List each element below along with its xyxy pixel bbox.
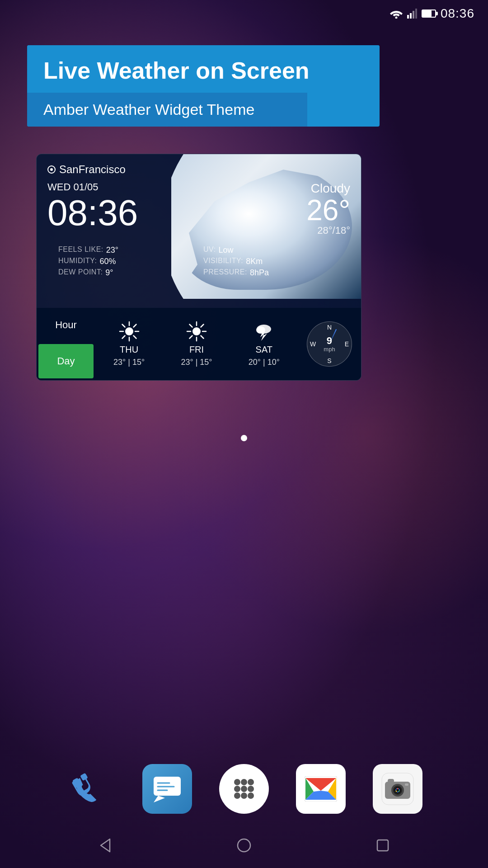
forecast-fri-name: FRI <box>189 344 204 355</box>
weather-widget[interactable]: SanFrancisco WED 01/05 08:36 Cloudy 26° … <box>36 154 361 381</box>
svg-point-51 <box>397 788 399 789</box>
svg-line-19 <box>189 325 192 327</box>
wifi-icon <box>390 9 403 19</box>
visibility-value: 8Km <box>246 257 263 266</box>
compass-north: N <box>327 324 332 331</box>
recent-button[interactable] <box>375 837 391 854</box>
dot-1 <box>241 435 247 441</box>
dock <box>0 764 488 814</box>
svg-line-12 <box>133 325 136 327</box>
gmail-app[interactable] <box>296 764 346 814</box>
back-icon <box>97 837 113 854</box>
pressure-label: PRESSURE: <box>203 268 247 278</box>
forecast-day-sat: SAT 20° | 10° <box>230 308 298 380</box>
feels-like-label: FEELS LIKE: <box>58 245 103 255</box>
humidity-value: 60% <box>99 257 116 266</box>
tab-hour[interactable]: Hour <box>37 308 95 342</box>
svg-point-39 <box>248 793 254 799</box>
camera-icon <box>381 773 414 805</box>
home-dots <box>0 435 488 441</box>
svg-marker-56 <box>101 839 110 852</box>
drawer-app[interactable] <box>219 764 269 814</box>
home-icon <box>236 837 252 854</box>
battery-icon <box>422 9 436 18</box>
sun-icon-thu <box>119 321 140 342</box>
promo-subtitle: Amber Weather Widget Theme <box>43 101 291 118</box>
messages-icon <box>151 773 183 805</box>
humidity-label: HUMIDITY: <box>58 257 97 266</box>
svg-point-38 <box>241 793 247 799</box>
forecast-thu-temps: 23° | 15° <box>113 358 145 367</box>
widget-time: 08:36 <box>47 195 350 231</box>
promo-title-bar: Live Weather on Screen <box>27 45 380 93</box>
feels-like-value: 23° <box>106 245 118 255</box>
svg-point-35 <box>241 786 247 792</box>
camera-app[interactable] <box>373 764 422 814</box>
svg-rect-3 <box>413 11 414 19</box>
nav-bar <box>0 823 488 868</box>
svg-rect-55 <box>388 779 394 783</box>
tab-day[interactable]: Day <box>38 344 94 378</box>
pressure-value: 8hPa <box>250 268 269 278</box>
feels-like-row: FEELS LIKE: 23° <box>58 245 194 255</box>
dew-point-label: DEW POINT: <box>58 268 103 278</box>
signal-icon <box>407 9 417 19</box>
svg-point-57 <box>238 839 250 852</box>
svg-point-36 <box>248 786 254 792</box>
svg-point-14 <box>192 327 201 335</box>
svg-point-33 <box>248 779 254 785</box>
visibility-row: VISIBILITY: 8Km <box>203 257 339 266</box>
compass-south: S <box>327 357 331 364</box>
dew-point-value: 9° <box>105 268 113 278</box>
forecast-thu-name: THU <box>120 344 138 355</box>
phone-icon <box>70 769 111 809</box>
promo-title: Live Weather on Screen <box>43 58 363 84</box>
widget-location: SanFrancisco <box>47 163 350 176</box>
recent-icon <box>375 837 391 854</box>
svg-rect-58 <box>377 840 388 851</box>
svg-point-52 <box>399 791 400 792</box>
svg-point-31 <box>234 779 240 785</box>
status-icons: 08:36 <box>390 6 474 21</box>
forecast-day-thu: THU 23° | 15° <box>95 308 163 380</box>
svg-line-21 <box>201 325 203 327</box>
widget-date: WED 01/05 <box>47 181 350 193</box>
svg-rect-54 <box>405 783 408 786</box>
weather-details: FEELS LIKE: 23° UV: Low HUMIDITY: 60% VI… <box>47 238 350 287</box>
svg-point-37 <box>234 793 240 799</box>
svg-point-0 <box>395 17 397 19</box>
main-content: Live Weather on Screen Amber Weather Wid… <box>0 27 488 381</box>
home-button[interactable] <box>236 837 252 854</box>
messages-app[interactable] <box>142 764 192 814</box>
compass-circle: N S E W 9 mph <box>307 321 352 367</box>
svg-point-32 <box>241 779 247 785</box>
uv-label: UV: <box>203 245 216 255</box>
compass-center: 9 mph <box>324 336 335 353</box>
uv-row: UV: Low <box>203 245 339 255</box>
svg-rect-2 <box>410 13 412 19</box>
humidity-row: HUMIDITY: 60% <box>58 257 194 266</box>
svg-rect-4 <box>415 9 417 19</box>
compass-east: E <box>345 340 349 348</box>
weather-condition: Cloudy 26° 28°/18° <box>306 181 350 236</box>
svg-line-22 <box>189 336 192 339</box>
compass-west: W <box>310 340 316 348</box>
forecast-days: THU 23° | 15° <box>95 308 298 380</box>
svg-line-20 <box>201 336 203 339</box>
promo-subtitle-bar: Amber Weather Widget Theme <box>27 93 307 127</box>
forecast-tabs[interactable]: Hour Day <box>37 308 95 380</box>
svg-line-11 <box>133 336 136 339</box>
forecast-sat-temps: 20° | 10° <box>249 358 280 367</box>
forecast-day-fri: FRI 23° | 15° <box>163 308 230 380</box>
svg-rect-1 <box>407 15 409 19</box>
phone-app[interactable] <box>66 764 115 814</box>
location-icon <box>47 165 56 174</box>
svg-point-34 <box>234 786 240 792</box>
back-button[interactable] <box>97 837 113 854</box>
svg-line-13 <box>122 336 125 339</box>
dew-point-row: DEW POINT: 9° <box>58 268 194 278</box>
promo-card[interactable]: Live Weather on Screen Amber Weather Wid… <box>27 45 380 127</box>
uv-value: Low <box>219 245 234 255</box>
forecast-sat-name: SAT <box>256 344 272 355</box>
forecast-fri-temps: 23° | 15° <box>181 358 212 367</box>
